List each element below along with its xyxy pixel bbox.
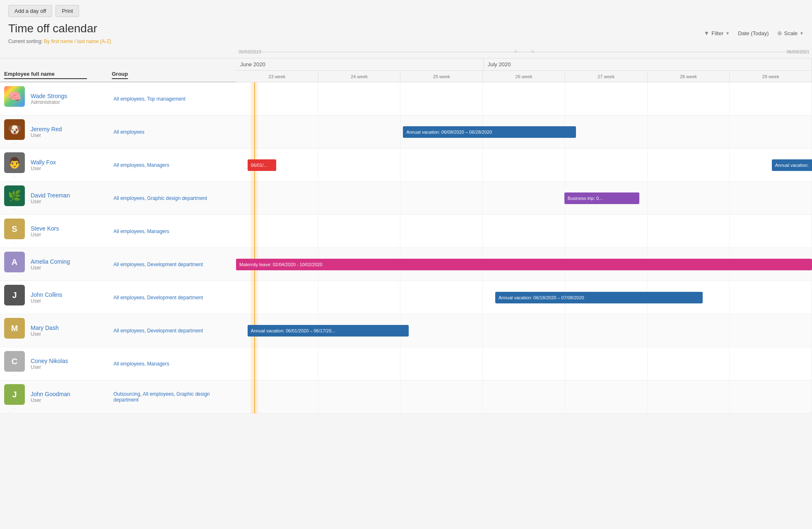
employee-group[interactable]: All employees, Managers bbox=[113, 361, 217, 367]
filter-label: Filter bbox=[711, 30, 723, 36]
month-label: July 2020 bbox=[484, 58, 812, 70]
week-col bbox=[730, 182, 812, 214]
employee-info: Jeremy RedUser bbox=[31, 126, 109, 138]
week-col bbox=[730, 347, 812, 380]
page-title: Time off calendar bbox=[8, 22, 111, 35]
date-control[interactable]: Date (Today) bbox=[738, 30, 769, 36]
week-col bbox=[483, 182, 565, 214]
timeline-row: Annual vacation: 06/08/2020 – 06/28/2020 bbox=[236, 115, 812, 149]
employee-group[interactable]: All employees, Graphic design department bbox=[113, 195, 217, 201]
employee-name[interactable]: Mary Dash bbox=[31, 325, 109, 331]
event-bar[interactable]: 06/01/... bbox=[248, 159, 277, 171]
employee-name[interactable]: Amelia Coming bbox=[31, 258, 109, 265]
filter-control[interactable]: ▼ Filter ▼ bbox=[704, 30, 730, 36]
event-bar[interactable]: Annual vacation: 06/18/2020 – 07/08/2020 bbox=[495, 292, 703, 303]
timeline-row bbox=[236, 215, 812, 248]
employee-name[interactable]: David Treeman bbox=[31, 192, 109, 199]
week-col bbox=[400, 82, 483, 115]
week-cell: 29 week bbox=[730, 71, 812, 82]
timeline-row: Maternity leave: 02/04/2020 - 10/02/2020 bbox=[236, 248, 812, 281]
employee-name[interactable]: Wally Fox bbox=[31, 159, 109, 166]
employee-name[interactable]: Coney Nikolas bbox=[31, 358, 109, 364]
week-col bbox=[318, 281, 401, 314]
employee-group[interactable]: All employees, Managers bbox=[113, 162, 217, 168]
scale-label: Scale bbox=[784, 30, 798, 36]
employee-group[interactable]: All employees, Development department bbox=[113, 262, 217, 267]
print-button[interactable]: Print bbox=[55, 5, 79, 17]
employee-role: Administrator bbox=[31, 99, 109, 105]
employee-info: Mary DashUser bbox=[31, 325, 109, 337]
timeline-row bbox=[236, 347, 812, 380]
toolbar: Add a day off Print bbox=[0, 0, 812, 22]
avatar-dots: ... bbox=[4, 339, 25, 343]
left-range-spacer bbox=[0, 45, 236, 58]
employee-info: Coney NikolasUser bbox=[31, 358, 109, 370]
week-col bbox=[318, 149, 401, 181]
month-header: June 2020July 2020 bbox=[236, 58, 812, 71]
week-col bbox=[565, 215, 648, 248]
filter-icon: ▼ bbox=[704, 30, 709, 36]
week-col bbox=[236, 281, 318, 314]
date-label: Date (Today) bbox=[738, 30, 769, 36]
week-col bbox=[483, 215, 565, 248]
event-bar[interactable]: Annual vacation: 06/01/2020 – 06/17/20..… bbox=[248, 325, 409, 337]
week-col bbox=[565, 314, 648, 347]
event-bar[interactable]: Maternity leave: 02/04/2020 - 10/02/2020 bbox=[236, 259, 812, 270]
employee-name[interactable]: John Collins bbox=[31, 291, 109, 298]
employee-group[interactable]: All employees bbox=[113, 129, 217, 135]
avatar: S bbox=[4, 219, 25, 239]
employee-group[interactable]: All employees, Development department bbox=[113, 295, 217, 301]
week-col bbox=[400, 281, 483, 314]
week-cell: 26 week bbox=[483, 71, 565, 82]
event-bar[interactable]: Annual vacation: 06/08/2020 – 06/28/2020 bbox=[403, 126, 576, 138]
employee-name[interactable]: Jeremy Red bbox=[31, 126, 109, 132]
avatar-dots: ... bbox=[4, 108, 25, 111]
avatar-wrap: M... bbox=[4, 318, 25, 343]
employee-row: 🐶...Jeremy RedUserAll employees bbox=[0, 115, 236, 149]
employee-name[interactable]: Wade Strongs bbox=[31, 93, 109, 99]
employee-role: User bbox=[31, 265, 109, 271]
sorting-link[interactable]: By first name / last name (A-Z) bbox=[44, 38, 111, 44]
avatar-dots: ... bbox=[4, 240, 25, 244]
week-col bbox=[648, 149, 730, 181]
avatar-wrap: 🌿... bbox=[4, 185, 25, 211]
employee-row: S...Steve KorsUserAll employees, Manager… bbox=[0, 215, 236, 248]
week-col bbox=[648, 380, 730, 413]
week-col bbox=[483, 149, 565, 181]
avatar-wrap: C... bbox=[4, 351, 25, 376]
add-day-off-button[interactable]: Add a day off bbox=[8, 5, 52, 17]
week-cell: 25 week bbox=[400, 71, 483, 82]
week-col bbox=[483, 347, 565, 380]
employee-role: User bbox=[31, 166, 109, 171]
week-cell: 28 week bbox=[648, 71, 730, 82]
timeline-row bbox=[236, 82, 812, 115]
employee-group[interactable]: Outsourcing, All employees, Graphic desi… bbox=[113, 391, 217, 403]
employee-group[interactable]: All employees, Top management bbox=[113, 96, 217, 102]
employee-name[interactable]: Steve Kors bbox=[31, 225, 109, 232]
week-cell: 24 week bbox=[318, 71, 401, 82]
employee-row: J...John GoodmanUserOutsourcing, All emp… bbox=[0, 380, 236, 414]
employee-group[interactable]: All employees, Managers bbox=[113, 228, 217, 234]
range-line bbox=[240, 52, 808, 52]
filter-caret: ▼ bbox=[725, 31, 730, 36]
employee-group[interactable]: All employees, Development department bbox=[113, 328, 217, 334]
week-col bbox=[318, 82, 401, 115]
week-col bbox=[236, 115, 318, 148]
week-col bbox=[648, 215, 730, 248]
event-bar[interactable]: Annual vacation: bbox=[772, 159, 812, 171]
scale-control[interactable]: ⊕ Scale ▼ bbox=[777, 30, 804, 36]
employee-name[interactable]: John Goodman bbox=[31, 391, 109, 397]
employee-info: Wade StrongsAdministrator bbox=[31, 93, 109, 105]
employee-info: Wally FoxUser bbox=[31, 159, 109, 171]
employee-role: User bbox=[31, 331, 109, 337]
today-line bbox=[254, 82, 255, 414]
employee-row: 🌿...David TreemanUserAll employees, Grap… bbox=[0, 182, 236, 215]
event-bar[interactable]: Business trip: 0... bbox=[564, 192, 639, 204]
week-col bbox=[483, 82, 565, 115]
week-col bbox=[236, 347, 318, 380]
date-range-bar: 06/03/2019 ⠿ ⠿ 06/03/2021 bbox=[236, 45, 812, 58]
week-col bbox=[565, 149, 648, 181]
col-name-header: Employee full name bbox=[4, 71, 87, 79]
week-col bbox=[730, 314, 812, 347]
week-col bbox=[400, 380, 483, 413]
